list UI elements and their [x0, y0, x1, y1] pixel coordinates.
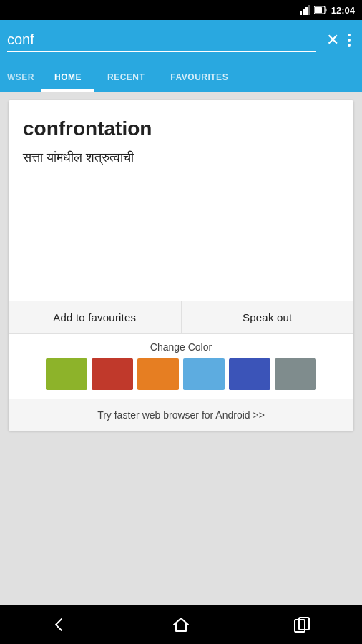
svg-rect-0	[300, 11, 302, 15]
swatch-olive[interactable]	[46, 358, 87, 390]
svg-rect-2	[305, 7, 308, 15]
card-body: confrontation सत्ता यांमधील शत्रुत्वाची	[9, 100, 353, 301]
swatch-gray[interactable]	[275, 358, 316, 390]
home-button[interactable]	[171, 615, 191, 635]
tab-browser[interactable]: WSER	[0, 65, 41, 92]
recent-apps-button[interactable]	[292, 615, 312, 635]
speak-out-button[interactable]: Speak out	[182, 301, 354, 333]
back-button[interactable]	[50, 615, 70, 635]
clear-search-button[interactable]: ✕	[322, 28, 343, 52]
main-content: confrontation सत्ता यांमधील शत्रुत्वाची …	[0, 92, 362, 605]
word-translation: सत्ता यांमधील शत्रुत्वाची	[23, 150, 339, 165]
color-swatches	[20, 358, 342, 390]
tabs-bar: WSER HOME RECENT FAVOURITES	[0, 60, 362, 92]
svg-rect-3	[308, 5, 310, 15]
status-icons	[300, 5, 327, 15]
dictionary-card: confrontation सत्ता यांमधील शत्रुत्वाची …	[9, 100, 353, 431]
swatch-blue[interactable]	[183, 358, 225, 390]
bottom-nav	[0, 605, 362, 644]
svg-rect-5	[315, 7, 322, 13]
top-bar: ✕	[0, 20, 362, 60]
recent-apps-icon	[292, 615, 312, 635]
status-bar: 12:04	[0, 0, 362, 20]
add-to-favourites-button[interactable]: Add to favourites	[9, 301, 182, 333]
search-wrapper	[7, 29, 316, 52]
browser-banner[interactable]: Try faster web browser for Android >>	[9, 399, 353, 431]
word-title: confrontation	[23, 117, 339, 140]
svg-rect-6	[325, 9, 326, 12]
menu-dot-2	[348, 39, 351, 42]
signal-icon	[300, 5, 311, 15]
status-time: 12:04	[331, 5, 355, 16]
swatch-red[interactable]	[92, 358, 133, 390]
tab-home[interactable]: HOME	[41, 65, 94, 92]
color-label: Change Color	[20, 341, 342, 353]
menu-dot-3	[348, 44, 351, 47]
more-options-button[interactable]	[343, 29, 355, 51]
tab-recent[interactable]: RECENT	[94, 65, 157, 92]
search-input[interactable]	[7, 29, 316, 51]
swatch-orange[interactable]	[137, 358, 179, 390]
svg-rect-1	[303, 9, 305, 15]
action-buttons: Add to favourites Speak out	[9, 301, 353, 333]
color-section: Change Color	[9, 333, 353, 399]
back-icon	[50, 615, 70, 635]
home-icon	[171, 615, 191, 635]
tab-favourites[interactable]: FAVOURITES	[157, 65, 241, 92]
battery-icon	[314, 6, 327, 14]
swatch-indigo[interactable]	[229, 358, 270, 390]
menu-dot-1	[348, 34, 351, 36]
